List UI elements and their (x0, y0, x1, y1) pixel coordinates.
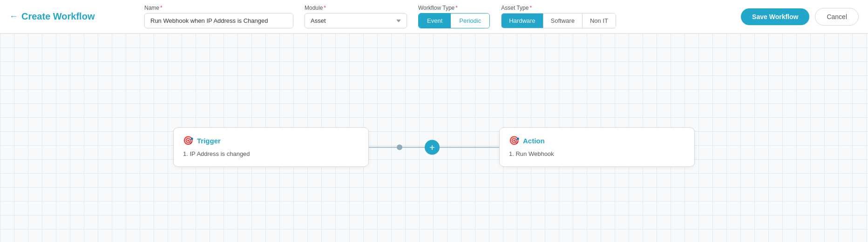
action-node[interactable]: 🎯 Action 1. Run Webhook (499, 128, 695, 167)
action-node-header: 🎯 Action (509, 135, 685, 146)
workflow-type-label: Workflow Type* (418, 5, 490, 11)
name-field-group: Name* (144, 5, 293, 28)
connector-dot (397, 144, 402, 150)
back-arrow-icon[interactable]: ← (9, 12, 18, 21)
event-toggle-btn[interactable]: Event (419, 13, 451, 28)
module-label: Module* (305, 5, 407, 11)
action-icon: 🎯 (509, 135, 519, 146)
software-asset-btn[interactable]: Software (543, 13, 583, 28)
add-step-button[interactable]: + (425, 140, 440, 155)
name-label: Name* (144, 5, 293, 11)
workflow-area: 🎯 Trigger 1. IP Address is changed + 🎯 A… (173, 128, 695, 167)
page-title-area: ← Create Workflow (9, 11, 130, 22)
periodic-toggle-btn[interactable]: Periodic (451, 13, 489, 28)
asset-type-label: Asset Type* (501, 5, 616, 11)
trigger-icon: 🎯 (183, 135, 193, 146)
header-actions: Save Workflow Cancel (741, 8, 859, 26)
workflow-type-field-group: Workflow Type* Event Periodic (418, 5, 490, 28)
header: ← Create Workflow Name* Module* Asset (0, 0, 868, 34)
trigger-node[interactable]: 🎯 Trigger 1. IP Address is changed (173, 128, 369, 167)
asset-type-toggle: Hardware Software Non IT (501, 13, 616, 28)
name-input[interactable] (144, 13, 293, 28)
workflow-type-toggle: Event Periodic (418, 13, 490, 28)
page-title: Create Workflow (21, 11, 95, 22)
cancel-button[interactable]: Cancel (815, 8, 859, 26)
trigger-node-header: 🎯 Trigger (183, 135, 359, 146)
action-node-item: 1. Run Webhook (509, 150, 685, 157)
workflow-canvas: 🎯 Trigger 1. IP Address is changed + 🎯 A… (0, 34, 868, 242)
nonit-asset-btn[interactable]: Non IT (583, 13, 616, 28)
form-row: Name* Module* Asset Workflow Type* (144, 5, 727, 28)
trigger-node-title: Trigger (197, 136, 221, 144)
asset-type-field-group: Asset Type* Hardware Software Non IT (501, 5, 616, 28)
action-node-title: Action (523, 136, 545, 144)
trigger-node-item: 1. IP Address is changed (183, 150, 359, 157)
save-workflow-button[interactable]: Save Workflow (741, 8, 809, 25)
page: ← Create Workflow Name* Module* Asset (0, 0, 868, 242)
module-field-group: Module* Asset (305, 5, 407, 28)
module-select[interactable]: Asset (305, 13, 407, 28)
hardware-asset-btn[interactable]: Hardware (502, 13, 543, 28)
